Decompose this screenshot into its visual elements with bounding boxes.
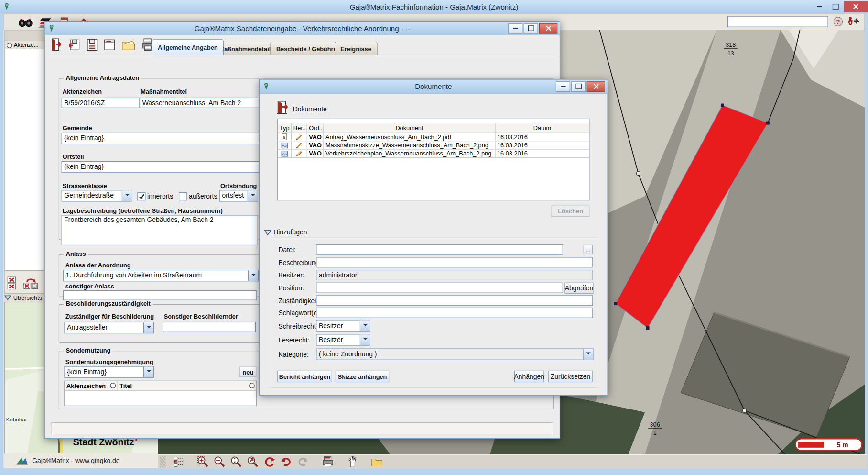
aktenzeichen-input[interactable] [62,98,140,108]
column-header-aktenzeichen[interactable]: Aktenze... [5,41,46,50]
search-input[interactable] [727,16,828,27]
collapse-triangle-icon [264,229,271,235]
gemeinde-label: Gemeinde [63,125,92,132]
bericht-anhaengen-button[interactable]: Bericht anhängen [277,371,332,382]
neu-button[interactable]: neu [239,367,256,377]
save-icon[interactable] [85,38,98,52]
loeschen-button[interactable]: Löschen [552,206,590,217]
exit-door-icon[interactable] [50,38,63,52]
chevron-down-icon[interactable] [360,335,370,345]
delete-record-icon[interactable] [103,38,116,52]
anhaengen-button[interactable]: Anhängen [514,371,544,382]
col-dokument[interactable]: Dokument [324,123,496,133]
zoom-in-icon[interactable] [196,455,210,468]
close-button[interactable] [587,81,605,92]
sonstiger-anlass-input[interactable] [63,290,257,300]
save-back-icon[interactable] [67,38,81,52]
chevron-down-icon[interactable] [248,190,258,201]
tab-ereignisse[interactable]: Ereignisse [335,42,378,55]
ausserorts-checkbox[interactable] [179,192,187,200]
document-row[interactable]: VAO Verkehrszeichenplan_Wasserneuanschlu… [278,150,589,158]
beschreibung-input[interactable] [316,257,593,267]
gemeinde-select[interactable]: {kein Eintrag} [62,133,288,144]
sachdaten-titlebar[interactable]: Gaja®Matrix Sachdateneingabe - Verkehrsr… [45,22,560,35]
minimize-button[interactable] [812,1,828,12]
chevron-down-icon[interactable] [143,367,153,377]
search-binoculars-icon[interactable] [18,16,33,28]
skizze-anhaengen-button[interactable]: Skizze anhängen [336,371,389,382]
datei-input[interactable] [316,244,563,255]
lage-textarea[interactable]: Frontbereich des gesamten Gebäudes, Am B… [62,215,258,245]
document-row[interactable]: VAO Massnahmenskizze_Wasserneuanschluss_… [278,141,589,149]
exit-runner-icon[interactable] [846,16,860,27]
chevron-down-icon[interactable] [583,349,593,360]
dokumente-titlebar[interactable]: Dokumente [260,80,607,94]
svg-text:?: ? [836,18,840,25]
browse-button[interactable]: ... [584,245,593,254]
strassenklasse-select[interactable]: Gemeindestraße [62,190,132,201]
undo-icon[interactable] [280,455,293,468]
col-datum[interactable]: Datum [496,123,589,133]
minimize-button[interactable] [508,23,522,33]
close-button[interactable] [844,1,868,12]
vertex-marker[interactable] [743,409,747,412]
chevron-down-icon[interactable] [143,322,153,333]
chevron-down-icon[interactable] [360,321,370,331]
zoom-scale-icon[interactable] [230,455,243,468]
kategorie-select[interactable]: ( keine Zuordnung ) [316,348,593,360]
zuruecksetzen-button[interactable]: Zurücksetzen [548,371,593,382]
ortsbindung-select[interactable]: ortsfest [219,190,258,201]
anlass-select[interactable]: 1. Durchführung von Arbeiten im Straßenr… [63,270,259,281]
genehmigung-select[interactable]: {kein Eintrag} [64,366,154,378]
help-icon[interactable]: ? [833,17,843,27]
sn-col-titel[interactable]: Titel [118,381,257,390]
maximize-button[interactable] [571,81,586,92]
redo-icon[interactable] [296,455,310,468]
minimize-button[interactable] [556,81,570,92]
zustaendigkeit-input[interactable] [316,295,593,306]
refresh-icon[interactable] [263,455,276,468]
sondernutzung-table[interactable]: Aktenzeichen Titel [64,381,257,406]
documents-table[interactable]: Typ Ber... Ord... Dokument Datum a VAO A… [277,119,589,200]
legend-icon[interactable] [172,455,185,468]
zoom-out-icon[interactable] [213,455,227,468]
col-typ[interactable]: Typ [278,123,292,133]
schlagwort-input[interactable] [316,308,593,318]
toolbar-grip[interactable] [160,456,166,467]
reassign-icon[interactable] [22,276,39,290]
close-button[interactable] [539,23,557,33]
schreibrecht-label: Schreibrecht: [279,322,318,330]
leserecht-label: Leserecht: [279,336,310,344]
schreibrecht-select[interactable]: Besitzer [316,320,370,331]
hinzufuegen-toggle[interactable]: Hinzufügen [264,228,307,236]
abgreifen-button[interactable]: Abgreifen [564,283,593,294]
position-input[interactable] [316,283,563,293]
pencil-icon[interactable] [295,142,303,149]
maximize-button[interactable] [827,1,844,12]
col-ord[interactable]: Ord... [307,123,324,133]
zoom-extent-icon[interactable] [246,455,260,468]
position-label: Position: [279,284,304,292]
col-ber[interactable]: Ber... [292,123,307,133]
open-folder-icon[interactable] [120,38,136,52]
print-map-icon[interactable] [322,455,335,468]
open-folder-icon[interactable] [370,455,384,468]
ortsteil-select[interactable]: {kein Eintrag} [62,161,288,173]
leserecht-select[interactable]: Besitzer [316,334,370,345]
chevron-down-icon[interactable] [248,270,258,281]
sonstiger-beschildernder-input[interactable] [163,322,256,332]
tab-allgemeine-angaben[interactable]: Allgemeine Angaben [152,39,224,55]
zustaendiger-select[interactable]: Antragssteller [64,322,154,333]
vertex-marker[interactable] [636,171,640,175]
document-row[interactable]: a VAO Antrag_Wasserneuanschluss_Am_Bach_… [278,133,589,141]
chevron-down-icon[interactable] [122,190,132,201]
pan-hand-icon[interactable] [346,455,359,468]
pencil-icon[interactable] [295,133,303,141]
image-icon [281,142,288,148]
pencil-icon[interactable] [295,150,303,157]
sn-col-aktenzeichen[interactable]: Aktenzeichen [65,381,118,390]
innerorts-checkbox[interactable] [137,192,145,200]
maximize-button[interactable] [524,23,538,33]
main-titlebar[interactable]: Gaja®Matrix Fachinformation - Gaja.Matri… [0,0,868,13]
delete-rows-icon[interactable] [7,276,17,290]
